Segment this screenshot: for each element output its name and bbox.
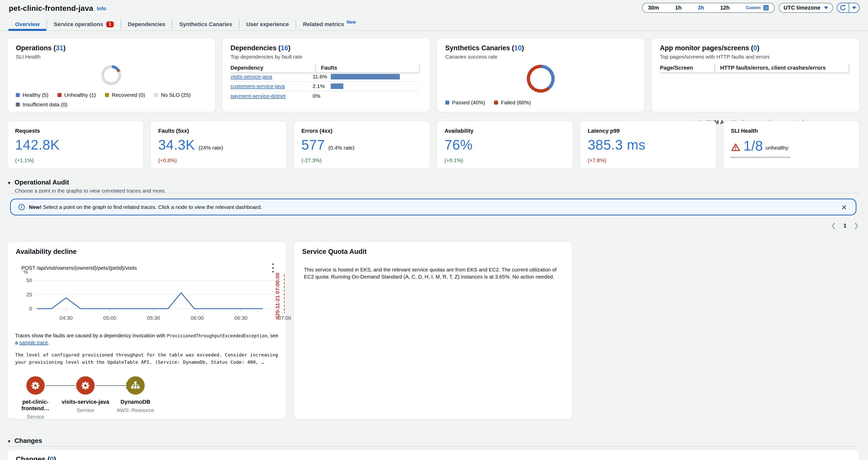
range-30m[interactable]: 30m — [648, 4, 659, 11]
legend-item: Unhealthy (1) — [58, 92, 96, 98]
timezone-select[interactable]: UTC timezone — [779, 3, 833, 13]
requests-metric-card: Requests 142.8K (+1.1%) — [7, 121, 144, 169]
table-row: customers-service-java 2.1% — [230, 82, 420, 91]
synthetics-card-title: Synthetics Canaries (10) — [445, 44, 524, 52]
svg-text:06:30: 06:30 — [234, 315, 248, 320]
warning-icon — [731, 143, 740, 151]
app-monitor-count[interactable]: 0 — [753, 44, 757, 52]
operations-card-title: Operations (31) — [16, 44, 66, 52]
service-map-node[interactable]: visits-service-java Service — [60, 376, 111, 413]
app-monitor-card-subtitle: Top pages/screens with HTTP faults and e… — [660, 54, 770, 60]
legend-item: Failed (60%) — [494, 99, 531, 106]
service-map-node[interactable]: pet-clinic-frontend… Service — [10, 376, 61, 420]
operational-audit-title: Operational Audit — [14, 178, 69, 186]
dependency-link[interactable]: visits-service-java — [230, 74, 272, 80]
metric-change: (+0.8%) — [158, 157, 177, 163]
synthetics-legend: Passed (40%) Failed (60%) — [445, 99, 626, 106]
chevron-down-icon — [824, 6, 828, 9]
svg-text:25: 25 — [26, 292, 32, 297]
dependencies-count[interactable]: 16 — [281, 44, 288, 52]
metric-label: Availability — [444, 128, 473, 134]
synthetics-count[interactable]: 10 — [514, 44, 522, 52]
node-name: pet-clinic-frontend… — [10, 399, 61, 412]
metric-change: (+7.8%) — [588, 157, 606, 163]
banner-message: New! Select a point on the graph to find… — [29, 204, 262, 210]
tab-dependencies[interactable]: Dependencies — [121, 18, 172, 30]
tab-user-experience[interactable]: User experience — [239, 18, 296, 30]
node-name: visits-service-java — [60, 399, 111, 405]
operations-count[interactable]: 31 — [56, 44, 63, 52]
dependencies-card-title: Dependencies (16) — [230, 44, 290, 52]
refresh-button[interactable] — [837, 3, 849, 12]
quota-card-title: Service Quota Audit — [302, 248, 367, 256]
node-type: Service — [60, 407, 111, 413]
application-signals-service-page: pet-clinic-frontend-javaInfo 30m 1h 3h 1… — [0, 0, 868, 460]
svg-text:06:00: 06:00 — [191, 315, 204, 320]
metric-note: (0.4% rate) — [328, 145, 354, 151]
node-name: DynamoDB — [110, 399, 160, 405]
operations-sli-donut-chart[interactable] — [94, 58, 129, 93]
service-map-node[interactable]: DynamoDB AWS::Resource — [110, 376, 160, 413]
range-12h[interactable]: 12h — [720, 4, 730, 11]
range-custom[interactable]: Custom — [746, 5, 769, 10]
trace-summary: Traces show the faults are caused by a d… — [15, 332, 282, 346]
exception-detail: The level of configured provisioned thro… — [15, 351, 282, 366]
time-controls: 30m 1h 3h 12h Custom UTC timezone — [642, 3, 860, 13]
node-type: Service — [10, 414, 61, 420]
info-banner: New! Select a point on the graph to find… — [10, 199, 857, 215]
next-page-button[interactable]: ❯ — [854, 222, 859, 230]
metric-value: 76% — [444, 137, 473, 153]
tab-overview[interactable]: Overview — [8, 18, 46, 30]
synthetics-canaries-card: Synthetics Canaries (10) Canaries succes… — [436, 38, 645, 112]
errors-metric-card: Errors (4xx) 577(0.4% rate) (-27.3%) — [293, 121, 430, 169]
gear-icon — [81, 380, 90, 391]
sample-trace-link[interactable]: sample trace — [19, 340, 48, 345]
tab-synthetics-canaries[interactable]: Synthetics Canaries — [173, 18, 239, 30]
latency-metric-card: Latency p99 385.3 ms (+7.8%) — [580, 121, 717, 169]
app-monitor-table-header: Page/Screen HTTP faults/errors, client c… — [660, 65, 849, 71]
availability-line-chart[interactable]: 50250%04:3005:0005:3006:0006:3007:002025… — [15, 268, 291, 320]
service-operations-badge: 1 — [106, 21, 114, 27]
refresh-options-button[interactable] — [849, 3, 859, 12]
legend-item: Insufficient data (0) — [16, 102, 67, 108]
new-flag: New — [347, 20, 356, 25]
resource-tree-icon — [131, 381, 140, 391]
range-1h[interactable]: 1h — [675, 4, 682, 11]
close-icon[interactable]: ✕ — [840, 203, 849, 212]
dependencies-card: Dependencies (16) Top dependencies by fa… — [222, 38, 431, 112]
tab-service-operations[interactable]: Service operations1 — [47, 18, 121, 30]
dependency-link[interactable]: customers-service-java — [230, 83, 285, 89]
current-page[interactable]: 1 — [843, 223, 846, 229]
tab-related-metrics[interactable]: Related metricsNew — [296, 18, 363, 30]
time-range-selector: 30m 1h 3h 12h Custom — [642, 3, 775, 13]
refresh-split-button — [837, 3, 860, 13]
canaries-success-donut-chart[interactable] — [523, 61, 558, 96]
legend-item: Passed (40%) — [445, 99, 485, 106]
refresh-icon — [840, 4, 846, 11]
node-type: AWS::Resource — [110, 407, 160, 413]
metric-value: 577 — [301, 137, 325, 153]
dependency-link[interactable]: payment-service-dotnet — [230, 93, 285, 99]
previous-page-button[interactable]: ❮ — [831, 222, 836, 230]
collapse-arrow-icon[interactable]: ▼ — [7, 181, 11, 185]
legend-item: Healthy (5) — [16, 92, 49, 98]
sli-health-value[interactable]: 1/8 unhealthy — [731, 138, 790, 157]
info-link[interactable]: Info — [97, 6, 106, 11]
range-3h[interactable]: 3h — [698, 4, 704, 11]
metric-change: (-27.3%) — [301, 157, 322, 163]
collapse-arrow-icon[interactable]: ▼ — [7, 439, 11, 444]
service-quota-audit-card: Service Quota Audit This service is host… — [293, 241, 572, 419]
changes-card: Changes (0) — [7, 449, 860, 460]
quota-card-body: This service is hosted in EKS, and the r… — [304, 266, 561, 280]
metric-change: (+1.1%) — [15, 157, 34, 163]
metric-value: 142.8K — [15, 137, 60, 153]
metric-label: Latency p99 — [588, 128, 620, 134]
table-row: visits-service-java 11.6% — [230, 72, 420, 82]
svg-text:%: % — [23, 269, 28, 275]
faults-metric-card: Faults (5xx) 34.3K(24% rate) (+0.8%) — [150, 121, 287, 169]
dependencies-card-subtitle: Top dependencies by fault rate — [230, 54, 302, 60]
gear-icon — [30, 380, 40, 391]
svg-text:0: 0 — [29, 306, 32, 311]
svg-text:50: 50 — [26, 277, 32, 283]
metric-value: 34.3K — [158, 137, 195, 153]
